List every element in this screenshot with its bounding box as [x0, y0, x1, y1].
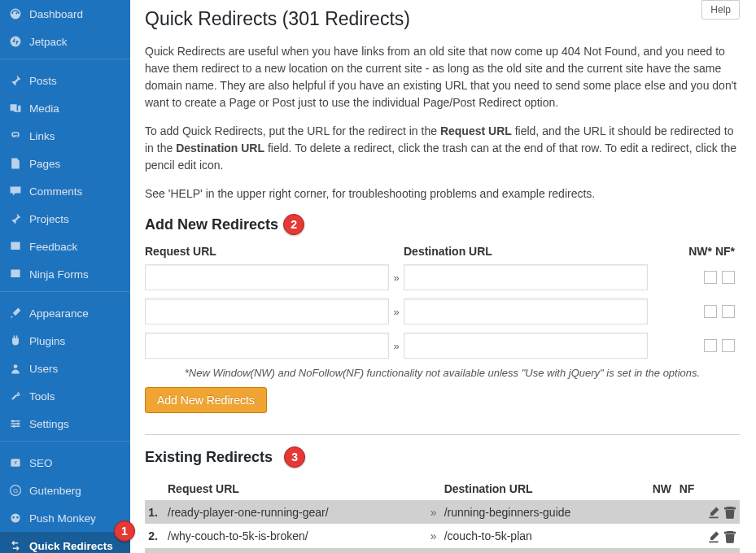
seo-icon: Y: [8, 455, 23, 470]
sidebar-label: Comments: [29, 185, 82, 198]
user-icon: [8, 361, 23, 376]
sidebar-item-dashboard[interactable]: Dashboard: [0, 0, 130, 28]
svg-point-1: [14, 364, 18, 368]
nf-checkbox[interactable]: [722, 305, 735, 318]
page-title: Quick Redirects (301 Redirects): [145, 8, 410, 30]
table-row: 3./harry-potter-weight-loss/»/how-to-los…: [145, 548, 740, 553]
sidebar-label: Users: [29, 363, 58, 375]
add-row: »: [145, 333, 740, 359]
sidebar-item-users[interactable]: Users: [0, 355, 130, 382]
edit-icon[interactable]: [704, 529, 720, 542]
arrow-icon: »: [389, 306, 404, 318]
gauge-icon: [8, 7, 23, 21]
pin-icon: [8, 73, 23, 88]
sidebar-item-jetpack[interactable]: Jetpack: [0, 28, 130, 55]
admin-sidebar: Dashboard Jetpack Posts Media Links Page…: [0, 0, 130, 553]
gutenberg-icon: G: [8, 483, 23, 498]
sidebar-item-quick-redirects[interactable]: Quick Redirects: [0, 532, 130, 553]
annotation-badge-2: 2: [283, 214, 304, 235]
sidebar-item-posts[interactable]: Posts: [0, 67, 130, 94]
sidebar-item-seo[interactable]: YSEO: [0, 449, 130, 477]
nf-checkbox[interactable]: [722, 339, 735, 352]
existing-redirects-heading: Existing Redirects 3: [145, 446, 740, 468]
sidebar-item-comments[interactable]: Comments: [0, 177, 130, 205]
sidebar-item-appearance[interactable]: Appearance: [0, 299, 130, 327]
sidebar-item-ninja-forms[interactable]: Ninja Forms: [0, 260, 130, 288]
row-request-url: /why-couch-to-5k-is-broken/: [164, 524, 426, 547]
arrow-icon: »: [426, 524, 441, 547]
nw-checkbox[interactable]: [704, 305, 717, 318]
row-request-url: /ready-player-one-running-gear/: [164, 500, 426, 524]
sidebar-label: Ninja Forms: [29, 268, 89, 281]
row-number: 3.: [145, 548, 164, 553]
sidebar-label: Links: [29, 130, 55, 142]
destination-url-input[interactable]: [404, 298, 648, 324]
request-url-input[interactable]: [145, 298, 389, 324]
sidebar-label: Dashboard: [29, 8, 83, 20]
sidebar-item-gutenberg[interactable]: GGutenberg: [0, 477, 130, 504]
request-url-input[interactable]: [145, 333, 389, 359]
trash-icon[interactable]: [720, 529, 736, 542]
sidebar-separator: [0, 59, 130, 63]
sidebar-label: Appearance: [29, 307, 89, 320]
sidebar-item-media[interactable]: Media: [0, 94, 130, 122]
form-icon: [8, 267, 23, 281]
pin-icon: [8, 211, 23, 226]
comment-icon: [8, 184, 23, 198]
arrow-icon: »: [426, 548, 441, 553]
sidebar-separator: [0, 441, 130, 446]
nf-checkbox[interactable]: [722, 271, 735, 284]
destination-url-input[interactable]: [404, 333, 648, 359]
add-redirects-heading: Add New Redirects 2: [145, 214, 740, 235]
sidebar-label: Projects: [29, 213, 69, 225]
sidebar-item-feedback[interactable]: Feedback: [0, 233, 130, 260]
row-destination-url: /how-to-lose-150-pounds: [441, 548, 649, 553]
main-content: Quick Redirects (301 Redirects) Help Qui…: [130, 0, 756, 553]
table-row: 2./why-couch-to-5k-is-broken/»/couch-to-…: [145, 524, 740, 547]
plugin-icon: [8, 333, 23, 348]
request-url-input[interactable]: [145, 264, 389, 290]
col-header-destination: Destination URL: [441, 477, 649, 500]
sidebar-label: Media: [29, 102, 59, 115]
nw-checkbox[interactable]: [704, 339, 717, 352]
trash-icon[interactable]: [720, 505, 736, 518]
sidebar-item-projects[interactable]: Projects: [0, 205, 130, 233]
sidebar-item-settings[interactable]: Settings: [0, 410, 130, 438]
sidebar-item-tools[interactable]: Tools: [0, 382, 130, 410]
col-header-nw: NW: [649, 477, 675, 500]
sidebar-label: SEO: [29, 457, 53, 469]
sidebar-item-plugins[interactable]: Plugins: [0, 327, 130, 355]
svg-point-10: [12, 516, 14, 518]
destination-url-input[interactable]: [404, 264, 648, 290]
edit-icon[interactable]: [704, 505, 720, 518]
sidebar-label: Settings: [29, 418, 69, 430]
sidebar-item-links[interactable]: Links: [0, 122, 130, 150]
sidebar-label: Push Monkey: [29, 512, 96, 525]
arrow-icon: »: [389, 340, 404, 352]
svg-point-2: [11, 420, 14, 422]
intro-paragraph-1: Quick Redirects are useful when you have…: [145, 43, 740, 111]
monkey-icon: [8, 511, 23, 525]
sidebar-item-push-monkey[interactable]: Push Monkey: [0, 504, 130, 532]
row-destination-url: /running-beginners-guide: [441, 500, 649, 524]
sidebar-item-pages[interactable]: Pages: [0, 150, 130, 177]
redirect-icon: [8, 538, 23, 553]
col-header-request: Request URL: [164, 477, 426, 500]
add-row: »: [145, 264, 740, 290]
add-redirects-button[interactable]: Add New Redirects: [145, 387, 267, 413]
row-request-url: /harry-potter-weight-loss/: [164, 548, 426, 553]
annotation-badge-3: 3: [284, 446, 305, 468]
svg-point-9: [11, 513, 20, 522]
nw-checkbox[interactable]: [704, 271, 717, 284]
add-row: »: [145, 298, 740, 324]
feedback-icon: [8, 239, 23, 254]
wrench-icon: [8, 389, 23, 403]
svg-point-3: [17, 422, 20, 425]
help-button[interactable]: Help: [701, 0, 740, 20]
form-note: *New Window(NW) and NoFollow(NF) functio…: [145, 367, 740, 379]
sidebar-label: Feedback: [29, 241, 77, 253]
link-icon: [8, 128, 23, 143]
arrow-icon: »: [389, 272, 404, 284]
sidebar-label: Tools: [29, 390, 55, 403]
media-icon: [8, 101, 23, 115]
